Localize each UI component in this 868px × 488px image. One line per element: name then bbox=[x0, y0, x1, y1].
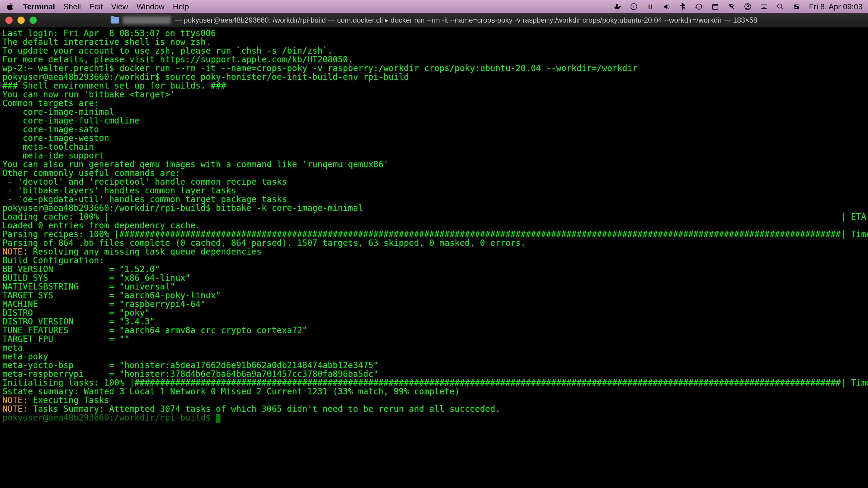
terminal-line: - 'oe-pkgdata-util' handles common targe… bbox=[2, 195, 866, 204]
terminal-line: meta-poky bbox=[2, 352, 866, 361]
window-title: — pokyuser@aea48b293660: /workdir/rpi-bu… bbox=[111, 16, 757, 24]
volume-icon[interactable] bbox=[662, 3, 670, 10]
terminal-line: core-image-sato bbox=[2, 125, 866, 134]
terminal-line: pokyuser@aea48b293660:/workdir/rpi-build… bbox=[2, 204, 866, 213]
window-title-text: — pokyuser@aea48b293660: /workdir/rpi-bu… bbox=[175, 16, 757, 24]
svg-rect-17 bbox=[761, 5, 767, 8]
menu-view[interactable]: View bbox=[111, 2, 128, 11]
terminal-line: pokyuser@aea48b293660:/workdir$ source p… bbox=[2, 73, 866, 82]
terminal-line: MACHINE = "raspberrypi4-64" bbox=[2, 300, 866, 308]
pause-icon[interactable] bbox=[646, 3, 654, 10]
terminal-line: meta bbox=[2, 344, 866, 352]
terminal-line: meta-toolchain bbox=[2, 142, 866, 151]
terminal-line: meta-raspberrypi = "honister:378d4b6e7ba… bbox=[2, 369, 866, 378]
apple-menu[interactable] bbox=[7, 3, 18, 10]
terminal-line: Common targets are: bbox=[2, 99, 866, 107]
terminal-line: meta-ide-support bbox=[2, 151, 866, 160]
terminal-line: Sstate summary: Wanted 3 Local 1 Network… bbox=[2, 387, 866, 396]
terminal-line: core-image-weston bbox=[2, 134, 866, 142]
terminal-line: DISTRO_VERSION = "3.4.3" bbox=[2, 317, 866, 326]
terminal-line: NOTE: Executing Tasks bbox=[2, 396, 866, 404]
terminal-line: wp-2:~ walter.prechtl$ docker run --rm -… bbox=[2, 64, 866, 73]
folder-icon bbox=[111, 17, 119, 24]
user-icon[interactable] bbox=[744, 3, 752, 10]
title-redacted-segment bbox=[123, 16, 171, 24]
wifi-off-icon[interactable] bbox=[727, 3, 735, 10]
terminal-line: BB_VERSION = "1.52.0" bbox=[2, 265, 866, 273]
menu-app-name[interactable]: Terminal bbox=[23, 2, 55, 11]
terminal-line: You can also run generated qemu images w… bbox=[2, 160, 866, 169]
svg-rect-3 bbox=[616, 4, 618, 6]
minimize-button[interactable] bbox=[18, 17, 25, 24]
timemachine-icon[interactable] bbox=[695, 3, 703, 10]
terminal-line: Loaded 0 entries from dependency cache. bbox=[2, 221, 866, 230]
info-icon[interactable] bbox=[630, 3, 638, 10]
macos-menubar: Terminal Shell Edit View Window Help Fri… bbox=[0, 0, 868, 13]
zoom-button[interactable] bbox=[30, 17, 37, 24]
docker-icon[interactable] bbox=[614, 3, 621, 10]
terminal-line: TARGET_FPU = "" bbox=[2, 335, 866, 344]
svg-point-23 bbox=[778, 4, 782, 8]
terminal-line: For more details, please visit https://s… bbox=[2, 55, 866, 64]
terminal-viewport[interactable]: Last login: Fri Apr 8 08:53:07 on ttys00… bbox=[0, 27, 868, 488]
terminal-line: To update your account to use zsh, pleas… bbox=[2, 46, 866, 55]
terminal-line: - 'bitbake-layers' handles common layer … bbox=[2, 186, 866, 195]
menubar-clock[interactable]: Fri 8. Apr 09:03 bbox=[809, 2, 863, 11]
svg-rect-10 bbox=[712, 4, 718, 9]
calendar-icon[interactable] bbox=[711, 3, 719, 10]
svg-rect-8 bbox=[651, 4, 652, 9]
app-menus: Terminal Shell Edit View Window Help bbox=[23, 2, 189, 11]
terminal-line: Initialising tasks: 100% |##############… bbox=[2, 378, 866, 387]
svg-point-16 bbox=[747, 5, 749, 7]
menubar-tray: Fri 8. Apr 09:03 bbox=[614, 2, 863, 11]
terminal-line: The default interactive shell is now zsh… bbox=[2, 38, 866, 46]
spotlight-icon[interactable] bbox=[776, 3, 784, 10]
terminal-line: Parsing of 864 .bb files complete (0 cac… bbox=[2, 238, 866, 247]
bluetooth-icon[interactable] bbox=[679, 3, 687, 10]
terminal-line: meta-yocto-bsp = "honister:a5dea17662d6e… bbox=[2, 361, 866, 369]
window-titlebar: — pokyuser@aea48b293660: /workdir/rpi-bu… bbox=[0, 13, 868, 27]
svg-point-28 bbox=[797, 7, 798, 8]
terminal-line: - 'devtool' and 'recipetool' handle comm… bbox=[2, 177, 866, 186]
menu-help[interactable]: Help bbox=[173, 2, 189, 11]
terminal-line: NOTE: Tasks Summary: Attempted 3074 task… bbox=[2, 404, 866, 413]
keyboard-icon[interactable] bbox=[760, 3, 768, 10]
control-center-icon[interactable] bbox=[793, 3, 801, 10]
menu-shell[interactable]: Shell bbox=[63, 2, 81, 11]
terminal-line: Parsing recipes: 100% |#################… bbox=[2, 230, 866, 238]
terminal-line: NATIVELSBSTRING = "universal" bbox=[2, 282, 866, 291]
terminal-line: DISTRO = "poky" bbox=[2, 308, 866, 317]
terminal-line: Loading cache: 100% | | ETA: --:--:-- bbox=[2, 213, 866, 221]
terminal-line: Other commonly useful commands are: bbox=[2, 169, 866, 177]
menu-window[interactable]: Window bbox=[136, 2, 164, 11]
terminal-line: Last login: Fri Apr 8 08:53:07 on ttys00… bbox=[2, 29, 866, 38]
svg-line-24 bbox=[781, 7, 783, 9]
menu-edit[interactable]: Edit bbox=[89, 2, 103, 11]
apple-logo-icon bbox=[7, 3, 14, 10]
terminal-line: TARGET_SYS = "aarch64-poky-linux" bbox=[2, 291, 866, 300]
terminal-line: You can now run 'bitbake <target>' bbox=[2, 90, 866, 99]
cursor bbox=[216, 414, 220, 423]
terminal-line: Build Configuration: bbox=[2, 256, 866, 265]
terminal-line: NOTE: Resolving any missing task queue d… bbox=[2, 247, 866, 256]
terminal-line: BUILD_SYS = "x86_64-linux" bbox=[2, 273, 866, 282]
close-button[interactable] bbox=[5, 17, 13, 24]
window-traffic-lights bbox=[5, 17, 37, 24]
terminal-line: TUNE_FEATURES = "aarch64 armv8a crc cryp… bbox=[2, 326, 866, 335]
terminal-line: ### Shell environment set up for builds.… bbox=[2, 82, 866, 90]
svg-point-27 bbox=[795, 5, 796, 6]
terminal-line: core-image-minimal bbox=[2, 107, 866, 116]
terminal-prompt-line: pokyuser@aea48b293660:/workdir/rpi-build… bbox=[2, 413, 866, 423]
svg-rect-7 bbox=[649, 4, 650, 9]
terminal-line: core-image-full-cmdline bbox=[2, 116, 866, 125]
